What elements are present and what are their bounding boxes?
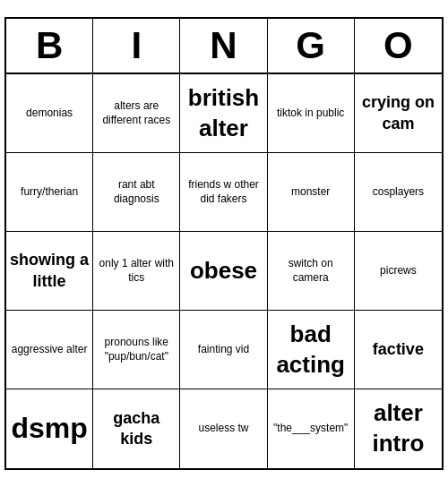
bingo-cell-8: monster: [268, 153, 355, 232]
bingo-cell-22: useless tw: [180, 389, 267, 468]
bingo-cell-18: bad acting: [268, 311, 355, 389]
bingo-header: BINGO: [6, 19, 442, 74]
bingo-cell-15: aggressive alter: [6, 311, 93, 389]
bingo-cell-3: tiktok in public: [268, 74, 355, 153]
bingo-cell-12: obese: [180, 232, 267, 311]
bingo-letter-i: I: [93, 19, 180, 73]
bingo-cell-11: only 1 alter with tics: [93, 232, 180, 311]
bingo-cell-21: gacha kids: [93, 389, 180, 468]
bingo-cell-13: switch on camera: [268, 232, 355, 311]
bingo-letter-g: G: [268, 19, 355, 73]
bingo-cell-19: factive: [355, 311, 442, 389]
bingo-cell-9: cosplayers: [355, 153, 442, 232]
bingo-cell-17: fainting vid: [180, 311, 267, 389]
bingo-letter-b: B: [6, 19, 93, 73]
bingo-letter-o: O: [355, 19, 442, 73]
bingo-cell-23: "the___system": [268, 389, 355, 468]
bingo-cell-6: rant abt diagnosis: [93, 153, 180, 232]
bingo-card: BINGO demoniasalters are different races…: [4, 17, 444, 470]
bingo-cell-7: friends w other did fakers: [180, 153, 267, 232]
bingo-cell-24: alter intro: [355, 389, 442, 468]
bingo-letter-n: N: [180, 19, 267, 73]
bingo-cell-5: furry/therian: [6, 153, 93, 232]
bingo-cell-10: showing a little: [6, 232, 93, 311]
bingo-cell-14: picrews: [355, 232, 442, 311]
bingo-cell-20: dsmp: [6, 389, 93, 468]
bingo-grid: demoniasalters are different racesbritis…: [6, 74, 442, 468]
bingo-cell-1: alters are different races: [93, 74, 180, 153]
bingo-cell-4: crying on cam: [355, 74, 442, 153]
bingo-cell-2: british alter: [180, 74, 267, 153]
bingo-cell-16: pronouns like "pup/bun/cat": [93, 311, 180, 389]
bingo-cell-0: demonias: [6, 74, 93, 153]
